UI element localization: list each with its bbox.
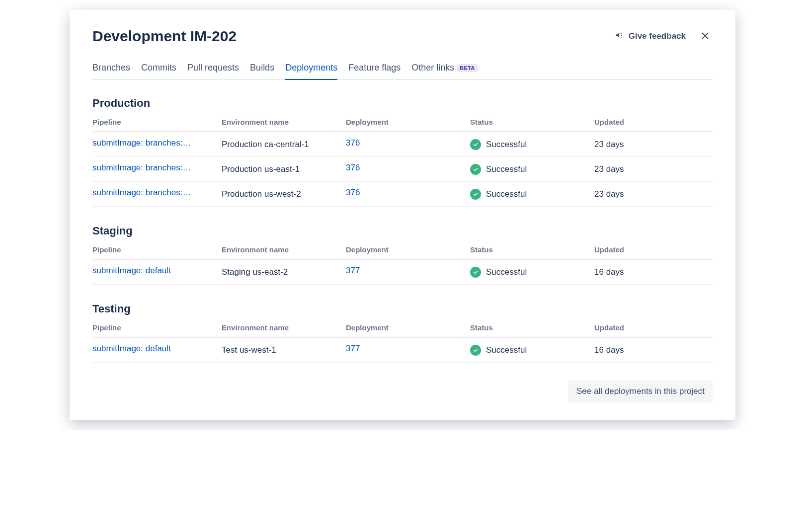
status-cell: Successful <box>470 345 594 356</box>
table-row: submitImage: branches:…Production us-eas… <box>92 157 713 182</box>
pipeline-link[interactable]: submitImage: branches:… <box>92 163 191 173</box>
column-header-environment: Environment name <box>222 320 346 337</box>
column-header-status: Status <box>470 242 594 259</box>
tab-label: Feature flags <box>348 63 401 73</box>
section-title: Testing <box>92 303 713 315</box>
deployment-link[interactable]: 377 <box>346 344 360 354</box>
check-circle-icon <box>470 164 481 175</box>
pipeline-link[interactable]: submitImage: branches:… <box>92 188 191 198</box>
environment-cell: Staging us-east-2 <box>222 259 346 285</box>
tab-label: Other links <box>411 63 454 73</box>
status-text: Successful <box>486 164 527 174</box>
table-row: submitImage: branches:…Production us-wes… <box>92 182 713 207</box>
give-feedback-button[interactable]: Give feedback <box>615 30 686 43</box>
check-circle-icon <box>470 267 481 278</box>
check-circle-icon <box>470 139 481 150</box>
column-header-pipeline: Pipeline <box>92 242 222 259</box>
megaphone-icon <box>615 30 625 43</box>
check-circle-icon <box>470 345 481 356</box>
column-header-updated: Updated <box>594 320 713 337</box>
check-circle-icon <box>470 189 481 200</box>
pipeline-link[interactable]: submitImage: default <box>92 266 171 276</box>
close-icon <box>700 35 711 43</box>
deployments-table: PipelineEnvironment nameDeploymentStatus… <box>92 320 713 363</box>
pipeline-link[interactable]: submitImage: default <box>92 344 171 354</box>
deployment-link[interactable]: 376 <box>346 138 360 148</box>
column-header-deployment: Deployment <box>346 115 470 132</box>
column-header-updated: Updated <box>594 242 713 259</box>
updated-cell: 23 days <box>594 182 713 207</box>
column-header-status: Status <box>470 115 594 132</box>
column-header-environment: Environment name <box>222 115 346 132</box>
updated-cell: 23 days <box>594 132 713 157</box>
status-cell: Successful <box>470 189 594 200</box>
tab-pull-requests[interactable]: Pull requests <box>187 60 239 80</box>
column-header-status: Status <box>470 320 594 337</box>
close-button[interactable] <box>698 28 713 45</box>
environment-cell: Production us-west-2 <box>222 182 346 207</box>
environment-cell: Production us-east-1 <box>222 157 346 182</box>
tab-branches[interactable]: Branches <box>92 60 130 80</box>
deployments-table: PipelineEnvironment nameDeploymentStatus… <box>92 242 713 285</box>
tab-builds[interactable]: Builds <box>250 60 274 80</box>
column-header-pipeline: Pipeline <box>92 320 222 337</box>
tab-deployments[interactable]: Deployments <box>285 60 337 80</box>
column-header-updated: Updated <box>594 115 713 132</box>
status-text: Successful <box>486 189 527 199</box>
tabs: BranchesCommitsPull requestsBuildsDeploy… <box>92 60 713 80</box>
header: Development IM-202 Give feedback <box>92 28 713 45</box>
table-row: submitImage: branches:…Production ca-cen… <box>92 132 713 157</box>
tab-label: Pull requests <box>187 63 239 73</box>
column-header-deployment: Deployment <box>346 320 470 337</box>
tab-label: Builds <box>250 63 274 73</box>
section-title: Production <box>92 97 713 110</box>
development-panel: Development IM-202 Give feedback Branche… <box>70 10 735 420</box>
tab-feature-flags[interactable]: Feature flags <box>348 60 401 80</box>
status-text: Successful <box>486 345 527 355</box>
tab-label: Commits <box>141 63 176 73</box>
tab-label: Branches <box>92 63 130 73</box>
deployment-link[interactable]: 376 <box>346 163 360 173</box>
footer: See all deployments in this project <box>92 380 713 402</box>
environment-cell: Test us-west-1 <box>222 337 346 363</box>
table-row: submitImage: defaultTest us-west-1377Suc… <box>92 337 713 363</box>
header-actions: Give feedback <box>615 28 713 45</box>
column-header-environment: Environment name <box>222 242 346 259</box>
column-header-deployment: Deployment <box>346 242 470 259</box>
status-cell: Successful <box>470 164 594 175</box>
section-title: Staging <box>92 225 713 237</box>
status-cell: Successful <box>470 267 594 278</box>
pipeline-link[interactable]: submitImage: branches:… <box>92 138 191 148</box>
section-staging: StagingPipelineEnvironment nameDeploymen… <box>92 225 713 285</box>
status-text: Successful <box>486 267 527 277</box>
deployment-link[interactable]: 376 <box>346 188 360 198</box>
section-testing: TestingPipelineEnvironment nameDeploymen… <box>92 303 713 363</box>
tab-label: Deployments <box>285 63 337 73</box>
environment-cell: Production ca-central-1 <box>222 132 346 157</box>
updated-cell: 16 days <box>594 259 713 285</box>
section-production: ProductionPipelineEnvironment nameDeploy… <box>92 97 713 207</box>
sections-container: ProductionPipelineEnvironment nameDeploy… <box>92 97 713 363</box>
tab-other-links[interactable]: Other linksBETA <box>411 60 477 80</box>
status-cell: Successful <box>470 139 594 150</box>
status-text: Successful <box>486 140 527 150</box>
updated-cell: 16 days <box>594 337 713 363</box>
page-title: Development IM-202 <box>92 28 237 45</box>
table-row: submitImage: defaultStaging us-east-2377… <box>92 259 713 285</box>
updated-cell: 23 days <box>594 157 713 182</box>
beta-badge: BETA <box>457 64 477 72</box>
column-header-pipeline: Pipeline <box>92 115 222 132</box>
tab-commits[interactable]: Commits <box>141 60 176 80</box>
give-feedback-label: Give feedback <box>629 31 686 41</box>
see-all-deployments-button[interactable]: See all deployments in this project <box>568 380 713 402</box>
deployment-link[interactable]: 377 <box>346 266 360 276</box>
deployments-table: PipelineEnvironment nameDeploymentStatus… <box>92 115 713 207</box>
